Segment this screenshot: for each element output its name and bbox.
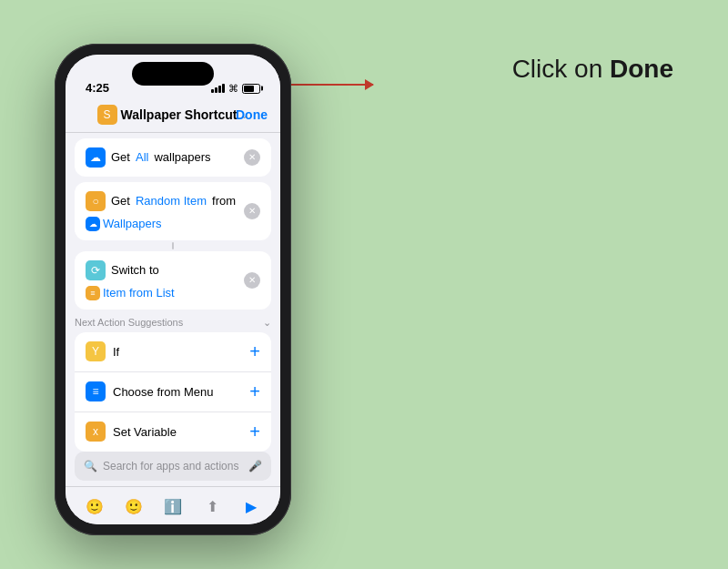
if-label: If <box>113 345 119 359</box>
search-icon: 🔍 <box>84 460 97 472</box>
set-variable-label: Set Variable <box>113 425 177 439</box>
choose-menu-label: Choose from Menu <box>113 385 214 399</box>
speech-button[interactable]: 🙂 <box>119 492 148 521</box>
choose-menu-add-button[interactable]: + <box>249 381 260 402</box>
get2-label: Get <box>111 194 130 208</box>
suggestion-if[interactable]: Y If + <box>75 332 271 372</box>
suggestion-set-variable[interactable]: x Set Variable + <box>75 412 271 452</box>
choose-menu-icon: ≡ <box>86 381 106 401</box>
wallpapers-ref-icon: ☁ <box>86 217 100 231</box>
item-from-list-label: Item from List <box>103 286 175 300</box>
navigation-bar: S Wallpaper Shortcut ⌄ Done <box>66 98 280 133</box>
switch-icon: ⟳ <box>86 260 106 280</box>
card-connector <box>66 242 280 249</box>
battery-icon <box>242 84 260 94</box>
phone-screen: 4:25 ⌘ S Wallpaper Shortcut <box>66 55 280 524</box>
switch-to-label: Switch to <box>111 263 159 277</box>
from-label: from <box>212 194 236 208</box>
action-card-get-random: ○ Get Random Item from ☁ Wallpapers ✕ <box>75 182 271 240</box>
close-switch[interactable]: ✕ <box>244 272 260 289</box>
wifi-icon: ⌘ <box>228 83 238 95</box>
suggestions-header: Next Action Suggestions ⌄ <box>75 317 271 329</box>
get-random-icon: ○ <box>86 191 106 211</box>
status-time: 4:25 <box>86 81 109 95</box>
get-label: Get <box>111 150 130 164</box>
search-bar[interactable]: 🔍 Search for apps and actions 🎤 <box>75 452 271 481</box>
dynamic-island <box>132 62 214 86</box>
close-get-random[interactable]: ✕ <box>244 203 260 219</box>
info-button[interactable]: ℹ️ <box>158 492 187 521</box>
instruction-text: Click on Done <box>512 55 673 84</box>
if-icon: Y <box>86 341 106 361</box>
play-button[interactable]: ▶ <box>237 492 266 521</box>
mic-icon[interactable]: 🎤 <box>248 460 262 472</box>
emoji-button[interactable]: 🙂 <box>80 492 109 521</box>
nav-title-container: S Wallpaper Shortcut ⌄ <box>97 105 249 125</box>
item-list-icon: ≡ <box>86 286 100 300</box>
random-item-label: Random Item <box>136 194 207 208</box>
suggestion-choose-menu[interactable]: ≡ Choose from Menu + <box>75 372 271 412</box>
content-area: ☁ Get All wallpapers ✕ ○ Get Random Item… <box>66 133 280 524</box>
wallpapers-label: wallpapers <box>154 150 210 164</box>
get-all-icon: ☁ <box>86 147 106 168</box>
signal-icon <box>211 84 225 93</box>
suggestion-list: Y If + ≡ Choose from Menu + x Set Variab <box>75 332 271 452</box>
wallpapers-ref-label: Wallpapers <box>103 217 162 230</box>
action-card-switch: ⟳ Switch to ≡ Item from List ✕ <box>75 251 271 310</box>
suggestions-label: Next Action Suggestions <box>75 317 183 328</box>
shortcut-icon: S <box>97 105 117 125</box>
suggestions-chevron-icon: ⌄ <box>263 317 271 329</box>
status-icons: ⌘ <box>211 83 260 95</box>
close-get-all[interactable]: ✕ <box>244 149 260 166</box>
search-placeholder: Search for apps and actions <box>103 460 243 472</box>
done-button[interactable]: Done <box>236 107 268 122</box>
shortcut-title: Wallpaper Shortcut <box>121 107 238 122</box>
phone-frame: 4:25 ⌘ S Wallpaper Shortcut <box>55 44 291 535</box>
if-add-button[interactable]: + <box>249 341 260 362</box>
set-variable-icon: x <box>86 422 106 442</box>
set-variable-add-button[interactable]: + <box>249 422 260 442</box>
action-card-get-all: ☁ Get All wallpapers ✕ <box>75 138 271 177</box>
all-label: All <box>136 150 148 164</box>
share-button[interactable]: ⬆ <box>197 492 227 521</box>
bottom-toolbar: 🙂 🙂 ℹ️ ⬆ ▶ <box>66 486 280 524</box>
